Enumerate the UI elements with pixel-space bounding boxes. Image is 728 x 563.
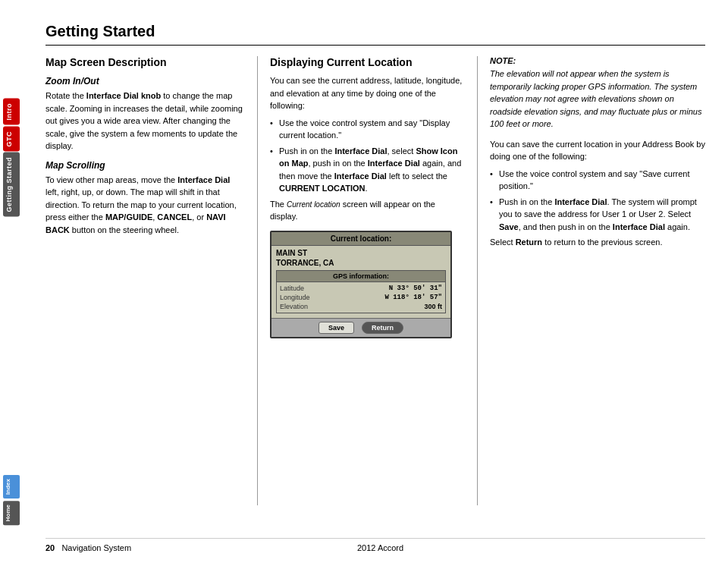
nav-system-label: Navigation System [61,543,131,552]
sidebar-tab-getting-started[interactable]: Getting Started [3,153,20,217]
page-number: 20 [46,543,55,552]
main-content: Getting Started Map Screen Description Z… [23,0,728,563]
sidebar: Intro GTC Getting Started Index Home [0,0,23,563]
bullet-item-1: Use the voice control system and say "Di… [270,117,465,142]
gps-row-elevation: Elevation 300 ft [280,302,442,311]
gps-return-button[interactable]: Return [362,322,403,334]
gps-address: MAIN ST [276,249,446,257]
gps-save-button[interactable]: Save [318,322,354,334]
col-right: NOTE: The elevation will not appear when… [478,56,705,505]
page-title: Getting Started [46,23,705,46]
screen-label: The Current location screen will appear … [270,198,465,223]
note-block: NOTE: The elevation will not appear when… [490,56,705,131]
gps-label-elevation: Elevation [280,303,325,310]
save-bullet-2: Push in on the Interface Dial. The syste… [490,196,705,234]
sidebar-bottom: Index Home [3,475,20,525]
gps-row-latitude: Latitude N 33° 50' 31" [280,284,442,293]
footer-left: 20 Navigation System [46,543,131,552]
gps-info-title: GPS information: [277,271,445,282]
gps-label-latitude: Latitude [280,285,325,292]
sidebar-tab-intro[interactable]: Intro [3,99,20,125]
map-scroll-subtitle: Map Scrolling [46,160,245,171]
bullet-item-2: Push in on the Interface Dial, select Sh… [270,145,465,195]
gps-value-longitude: W 118° 18' 57" [384,294,442,301]
gps-screen: Current location: MAIN ST TORRANCE, CA G… [270,231,452,338]
zoom-text: Rotate the Interface Dial knob to change… [46,90,245,153]
col-left: Map Screen Description Zoom In/Out Rotat… [46,56,258,505]
return-text: Select Return to return to the previous … [490,236,705,249]
col-middle: Displaying Current Location You can see … [258,56,478,505]
gps-info-box: GPS information: Latitude N 33° 50' 31" … [276,270,446,313]
save-bullet-1: Use the voice control system and say "Sa… [490,168,705,193]
gps-row-longitude: Longitude W 118° 18' 57" [280,293,442,302]
gps-title-bar: Current location: [271,232,450,246]
gps-value-elevation: 300 ft [424,303,442,310]
gps-buttons: Save Return [271,318,450,337]
save-bullets: Use the voice control system and say "Sa… [490,168,705,234]
save-intro: You can save the current location in you… [490,138,705,163]
sidebar-tab-index[interactable]: Index [3,475,20,499]
columns: Map Screen Description Zoom In/Out Rotat… [46,56,705,505]
footer-center: 2012 Accord [357,543,403,552]
gps-body: MAIN ST TORRANCE, CA GPS information: La… [271,246,450,318]
sidebar-tab-home[interactable]: Home [3,501,20,525]
gps-info-rows: Latitude N 33° 50' 31" Longitude W 118° … [277,282,445,313]
note-title: NOTE: [490,56,705,65]
gps-city: TORRANCE, CA [276,259,446,267]
gps-value-latitude: N 33° 50' 31" [389,285,442,292]
middle-section-title: Displaying Current Location [270,56,465,68]
zoom-subtitle: Zoom In/Out [46,76,245,86]
sidebar-tab-gtc[interactable]: GTC [3,127,20,152]
note-text: The elevation will not appear when the s… [490,68,705,131]
middle-bullets: Use the voice control system and say "Di… [270,117,465,195]
footer: 20 Navigation System 2012 Accord [46,538,705,552]
map-scroll-text: To view other map areas, move the Interf… [46,174,245,237]
middle-intro-text: You can see the current address, latitud… [270,74,465,112]
gps-label-longitude: Longitude [280,294,325,301]
left-section-title: Map Screen Description [46,56,245,68]
